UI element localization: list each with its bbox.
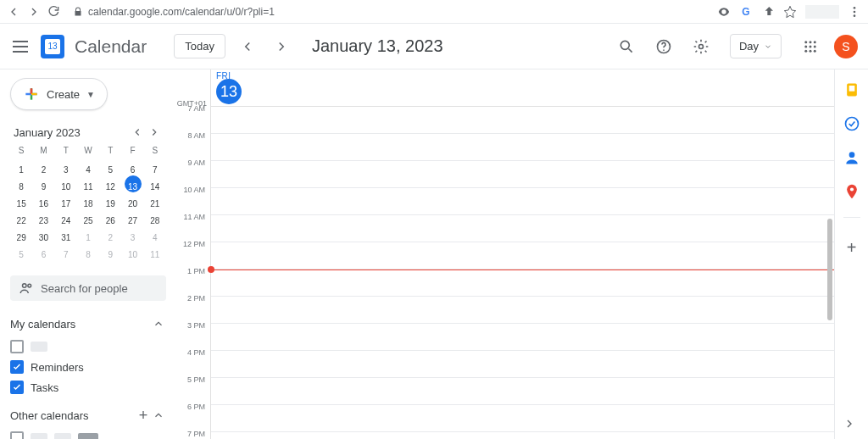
hour-row[interactable]: [211, 324, 834, 351]
hour-row[interactable]: [211, 378, 834, 405]
share-icon[interactable]: [761, 5, 775, 19]
mini-day[interactable]: 29: [13, 226, 30, 243]
mini-day[interactable]: 3: [125, 226, 142, 243]
hour-row[interactable]: [211, 242, 834, 270]
people-icon: [19, 281, 34, 296]
mini-day[interactable]: 15: [13, 192, 30, 209]
side-panel-toggle[interactable]: [841, 415, 858, 432]
mini-day[interactable]: 2: [35, 158, 52, 175]
mini-next-button[interactable]: [146, 124, 163, 141]
mini-day[interactable]: 17: [58, 192, 75, 209]
help-icon[interactable]: [654, 36, 674, 57]
mini-day[interactable]: 9: [102, 243, 119, 260]
mini-day[interactable]: 11: [147, 243, 164, 260]
search-people-input[interactable]: Search for people: [10, 275, 166, 301]
add-calendar-button[interactable]: +: [136, 408, 151, 423]
mini-day[interactable]: 16: [35, 192, 52, 209]
calendar-checkbox[interactable]: [10, 381, 24, 394]
mini-day[interactable]: 1: [13, 158, 30, 175]
mini-prev-button[interactable]: [129, 124, 146, 141]
mini-day[interactable]: 9: [35, 175, 52, 192]
forward-icon[interactable]: [27, 5, 41, 19]
mini-day[interactable]: 6: [125, 158, 142, 175]
mini-day[interactable]: 5: [13, 243, 30, 260]
mini-day[interactable]: 4: [80, 158, 97, 175]
mini-day[interactable]: 4: [147, 226, 164, 243]
search-icon[interactable]: [616, 36, 637, 57]
google-icon[interactable]: G: [739, 5, 753, 19]
mini-day[interactable]: 7: [58, 243, 75, 260]
next-day-button[interactable]: [270, 35, 293, 58]
mini-day[interactable]: 5: [102, 158, 119, 175]
reload-icon[interactable]: [47, 5, 61, 19]
hour-row[interactable]: [211, 107, 834, 134]
view-label: Day: [739, 40, 759, 53]
calendar-checkbox[interactable]: [10, 360, 24, 374]
my-calendars-toggle[interactable]: My calendars: [10, 313, 166, 335]
hour-row[interactable]: [211, 405, 834, 432]
mini-day[interactable]: 25: [80, 209, 97, 226]
mini-day[interactable]: 30: [35, 226, 52, 243]
mini-day[interactable]: 2: [102, 226, 119, 243]
mini-day[interactable]: 12: [102, 175, 119, 192]
keep-icon[interactable]: [843, 81, 860, 98]
chevron-up-icon: [151, 316, 166, 331]
mini-day[interactable]: 18: [80, 192, 97, 209]
scrollbar-thumb[interactable]: [827, 219, 832, 320]
hour-row[interactable]: [211, 432, 834, 439]
add-addon-button[interactable]: +: [847, 238, 857, 258]
mini-day[interactable]: 13: [125, 175, 142, 192]
svg-point-6: [698, 44, 703, 48]
mini-day[interactable]: 1: [80, 226, 97, 243]
mini-day[interactable]: 8: [80, 243, 97, 260]
mini-day[interactable]: 8: [13, 175, 30, 192]
hour-row[interactable]: [211, 134, 834, 161]
calendar-logo[interactable]: 13: [41, 35, 64, 58]
today-button[interactable]: Today: [174, 34, 225, 58]
mini-day[interactable]: 24: [58, 209, 75, 226]
kebab-icon[interactable]: [848, 5, 861, 19]
hour-row[interactable]: [211, 270, 834, 297]
browser-bar: calendar.google.com/calendar/u/0/r?pli=1…: [0, 0, 868, 24]
mini-day[interactable]: 22: [13, 209, 30, 226]
mini-day[interactable]: 11: [80, 175, 97, 192]
contacts-icon[interactable]: [843, 149, 860, 166]
mini-day[interactable]: 6: [35, 243, 52, 260]
mini-day[interactable]: 21: [147, 192, 164, 209]
svg-point-15: [814, 49, 816, 52]
apps-icon[interactable]: [800, 36, 821, 57]
mini-day[interactable]: 20: [125, 192, 142, 209]
account-avatar[interactable]: S: [834, 35, 858, 58]
mini-day[interactable]: 10: [58, 175, 75, 192]
eye-icon[interactable]: [717, 5, 731, 19]
prev-day-button[interactable]: [236, 35, 259, 58]
mini-day[interactable]: 27: [125, 209, 142, 226]
maps-icon[interactable]: [843, 183, 860, 200]
mini-day[interactable]: 28: [147, 209, 164, 226]
star-icon[interactable]: [783, 5, 797, 19]
back-icon[interactable]: [7, 5, 20, 19]
mini-day[interactable]: 14: [147, 175, 164, 192]
hour-row[interactable]: [211, 215, 834, 242]
menu-icon[interactable]: [10, 36, 31, 57]
mini-day[interactable]: 3: [58, 158, 75, 175]
calendar-checkbox[interactable]: [10, 340, 24, 353]
mini-day[interactable]: 26: [102, 209, 119, 226]
mini-day[interactable]: 10: [125, 243, 142, 260]
mini-day[interactable]: 7: [147, 158, 164, 175]
hour-row[interactable]: [211, 351, 834, 378]
mini-day[interactable]: 23: [35, 209, 52, 226]
tasks-icon[interactable]: [843, 115, 860, 132]
hour-row[interactable]: [211, 188, 834, 215]
create-button[interactable]: Create ▼: [10, 78, 108, 110]
day-number[interactable]: 13: [216, 79, 242, 104]
mini-day[interactable]: 19: [102, 192, 119, 209]
mini-day[interactable]: 31: [58, 226, 75, 243]
settings-icon[interactable]: [691, 36, 711, 57]
hour-row[interactable]: [211, 161, 834, 188]
url-bar[interactable]: calendar.google.com/calendar/u/0/r?pli=1: [68, 6, 710, 18]
view-switcher[interactable]: Day: [730, 34, 782, 58]
hour-row[interactable]: [211, 297, 834, 324]
calendar-checkbox[interactable]: [10, 431, 24, 439]
other-calendars-toggle[interactable]: Other calendars +: [10, 404, 166, 426]
